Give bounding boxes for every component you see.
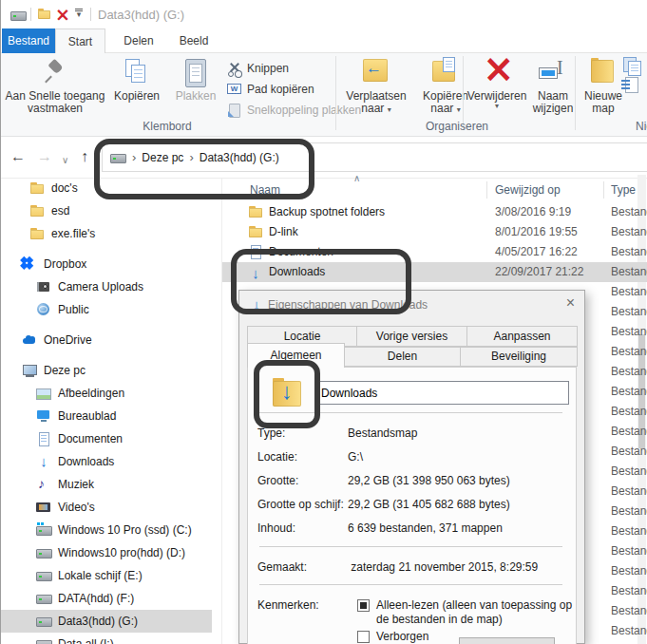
sidebar-item-label: Windows 10 Pro (ssd) (C:) (58, 523, 192, 537)
hidden-checkbox[interactable] (357, 631, 370, 643)
sidebar-item-windows-10-pro-ssd-c[interactable]: Windows 10 Pro (ssd) (C:) (1, 519, 221, 541)
sidebar-item-label: Documenten (58, 432, 123, 445)
sidebar-item-windows10-pro-hdd-d[interactable]: Windows10 pro(hdd) (D:) (1, 541, 221, 564)
copy-path-button[interactable]: Pad kopiëren (227, 80, 314, 99)
tab-beeld[interactable]: Beeld (172, 28, 216, 53)
recent-locations-chevron-icon[interactable]: ∨ (62, 151, 68, 170)
sidebar-item-muziek[interactable]: Muziek (1, 473, 221, 496)
move-to-button[interactable]: Verplaatsen naar ▾ (339, 56, 413, 115)
property-row: Locatie:G:\ (257, 450, 570, 474)
folder-icon (29, 180, 45, 196)
paste-button[interactable]: Plakken (168, 56, 223, 103)
sidebar-item-data-hdd-f[interactable]: DATA(hdd) (F:) (1, 587, 221, 610)
sidebar-item-documenten[interactable]: Documenten (1, 427, 221, 450)
column-header-type[interactable]: Type (611, 183, 636, 197)
sidebar-item-label: Downloads (58, 455, 114, 468)
sidebar-item-afbeeldingen[interactable]: Afbeeldingen (1, 382, 221, 405)
new-item-icon[interactable] (621, 55, 644, 74)
video-icon (36, 500, 51, 515)
file-type: Bestandsmap (611, 242, 647, 262)
sidebar-item-data3-hdd-g[interactable]: Data3(hdd) (G:) (1, 610, 212, 633)
sidebar-item-bureaublad[interactable]: Bureaublad (1, 405, 221, 427)
sidebar-item-video-s[interactable]: Video's (1, 496, 221, 519)
sidebar-item-downloads[interactable]: Downloads (1, 450, 221, 473)
copy-button[interactable]: Kopiëren (107, 56, 166, 103)
camera-icon (36, 279, 51, 294)
readonly-checkbox[interactable] (357, 599, 370, 612)
up-icon[interactable]: ↑ (81, 147, 88, 166)
property-row: Inhoud:6 639 bestanden, 371 mappen (257, 521, 570, 545)
sidebar-item-public[interactable]: Public (1, 298, 221, 321)
address-bar: ← → ∨ ↑ › Deze pc › Data3(hdd) (G:) (1, 137, 647, 179)
sidebar-item-lokale-schijf-e[interactable]: Lokale schijf (E:) (1, 564, 221, 587)
close-red-icon[interactable]: × (55, 8, 70, 21)
breadcrumb-deze-pc[interactable]: Deze pc (142, 151, 183, 164)
sidebar-item-onedrive[interactable]: OneDrive (1, 329, 221, 351)
sidebar-item-label: DATA(hdd) (F:) (58, 592, 134, 605)
desktop-icon (36, 408, 51, 424)
delete-button[interactable]: Verwijderen ▾ (466, 56, 527, 110)
column-header-gewijzigd-op[interactable]: Gewijzigd op (495, 183, 561, 197)
dialog-tab-beveiliging[interactable]: Beveiliging (460, 347, 578, 367)
dialog-tab-aanpassen[interactable]: Aanpassen (466, 326, 578, 347)
close-icon[interactable]: × (566, 295, 575, 311)
sidebar-item-dropbox[interactable]: Dropbox (1, 253, 221, 275)
table-row[interactable]: Backup spotnet folders3/08/2016 9:19Best… (222, 202, 647, 222)
readonly-label: Alleen-lezen (alleen van toepassing op d… (376, 598, 583, 627)
cut-button[interactable]: Knippen (227, 59, 289, 78)
sidebar-item-camera-uploads[interactable]: Camera Uploads (1, 275, 221, 298)
pin-quick-access-button[interactable]: Aan Snelle toegang vastmaken (5, 56, 105, 115)
easy-access-icon[interactable] (621, 76, 644, 95)
table-row[interactable]: Downloads22/09/2017 21:22Bestandsmap (222, 262, 647, 282)
sidebar-item-label: Deze pc (44, 364, 86, 377)
qat-dropdown-icon[interactable]: ▾ (73, 9, 85, 19)
tab-delen[interactable]: Delen (117, 28, 161, 53)
breadcrumb-chevron-icon: › (189, 150, 193, 164)
dialog-tab-algemeen[interactable]: Algemeen (247, 343, 345, 368)
pc-icon (22, 363, 37, 378)
advanced-button[interactable] (459, 637, 555, 644)
sidebar-item-data-all-i[interactable]: Data all (I:) (1, 633, 221, 644)
rename-button[interactable]: Naam wijzigen (529, 56, 577, 115)
back-icon[interactable]: ← (10, 147, 26, 166)
cut-label: Knippen (247, 62, 289, 75)
forward-icon[interactable]: → (37, 147, 52, 166)
table-row[interactable]: D-link8/01/2016 19:55Bestandsmap (222, 222, 647, 242)
folder-icon[interactable] (38, 9, 51, 20)
paste-label: Plakken (176, 90, 217, 103)
file-name: D-link (269, 222, 298, 242)
dialog-tab-vorige-versies[interactable]: Vorige versies (356, 326, 467, 347)
file-type: Bestandsmap (611, 581, 647, 601)
separator (259, 584, 562, 585)
group-nieuw: Nieuw (636, 120, 647, 133)
column-divider[interactable] (603, 181, 604, 199)
tab-start[interactable]: Start (55, 28, 105, 54)
column-divider[interactable] (486, 181, 487, 199)
sidebar-item-deze-pc[interactable]: Deze pc (1, 359, 221, 382)
sidebar-item-doc-s[interactable]: doc's (1, 177, 221, 199)
file-type: Bestandsmap (611, 482, 647, 502)
file-type: Bestandsmap (611, 422, 647, 442)
property-label: Type: (257, 426, 348, 440)
tab-bestand[interactable]: Bestand (2, 28, 55, 53)
scissors-icon (227, 61, 242, 76)
sidebar-item-label: Data3(hdd) (G:) (58, 615, 138, 628)
sidebar-item-label: Windows10 pro(hdd) (D:) (58, 546, 185, 559)
breadcrumb-drive[interactable]: Data3(hdd) (G:) (200, 151, 279, 164)
sidebar-item-label: Camera Uploads (58, 280, 143, 294)
column-header-naam[interactable]: Naam (250, 183, 280, 197)
file-type: Bestandsmap (611, 561, 647, 581)
drive-icon (10, 8, 27, 19)
paste-shortcut-icon (227, 103, 242, 118)
sidebar-item-esd[interactable]: esd (1, 199, 221, 222)
dialog-tab-delen[interactable]: Delen (344, 347, 461, 367)
folder-name-input[interactable] (316, 381, 569, 405)
sidebar-item-exe-file-s[interactable]: exe.file's (1, 222, 221, 245)
move-to-label: Verplaatsen naar ▾ (339, 90, 413, 115)
file-type: Bestandsmap (611, 362, 647, 382)
file-date: 3/08/2016 9:19 (495, 202, 571, 222)
address-field[interactable]: › Deze pc › Data3(hdd) (G:) (102, 142, 647, 172)
table-row[interactable]: Documenten4/05/2017 16:22Bestandsmap (222, 242, 647, 262)
group-divider (575, 56, 576, 130)
file-type: Bestandsmap (611, 402, 647, 422)
